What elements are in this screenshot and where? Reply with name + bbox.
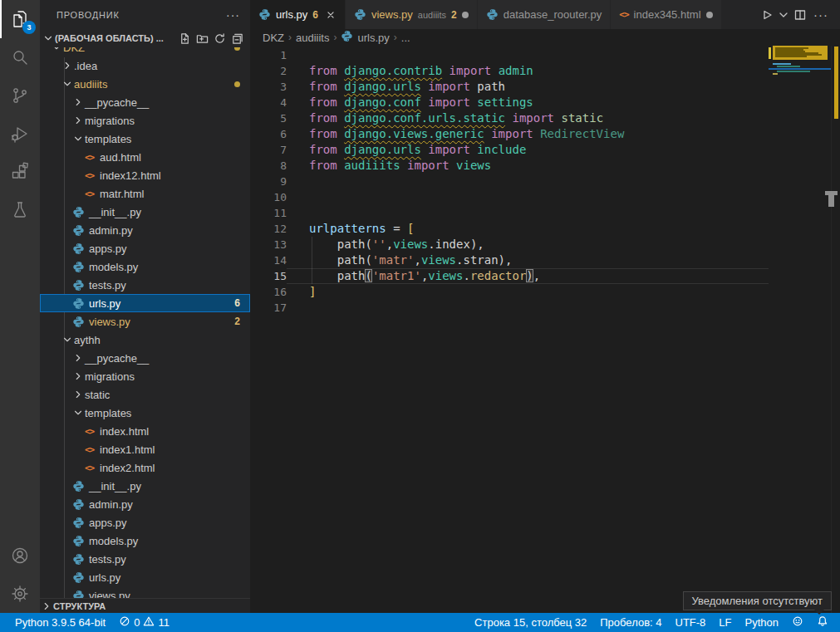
line-number[interactable]: 16 [250, 284, 287, 300]
line-number[interactable]: 8 [250, 158, 287, 174]
tree-file--init-.py[interactable]: __init__.py [40, 203, 250, 221]
tree-file-admin.py[interactable]: admin.py [40, 221, 250, 239]
run-button-icon[interactable] [760, 8, 774, 22]
status-indentation[interactable]: Пробелов: 4 [593, 616, 668, 629]
code-line[interactable]: 6from django.views.generic import Redire… [250, 126, 769, 142]
breadcrumb-item[interactable]: urls.py [341, 30, 389, 45]
breadcrumb-item[interactable]: audiiits [296, 32, 329, 44]
status-notifications[interactable] [810, 615, 835, 630]
code-line[interactable]: 14 path('matr',views.stran), [250, 252, 769, 268]
tree-file-models.py[interactable]: models.py [40, 257, 250, 276]
breadcrumb-item[interactable]: ... [401, 32, 410, 44]
tree-file-views.py[interactable]: views.py2 [40, 312, 250, 331]
tree-folder-.idea[interactable]: .idea [40, 56, 250, 75]
line-number[interactable]: 9 [250, 174, 287, 189]
workspace-section-header[interactable]: (РАБОЧАЯ ОБЛАСТЬ) ... [40, 29, 250, 47]
line-number[interactable]: 5 [250, 110, 287, 126]
tree-file-models.py[interactable]: models.py [40, 532, 250, 550]
run-dropdown-icon[interactable] [777, 8, 790, 22]
status-problems[interactable]: 011 [112, 613, 176, 632]
overview-ruler[interactable] [831, 46, 840, 613]
tree-folder-templates[interactable]: templates [40, 130, 250, 148]
activity-bar-item-run-debug[interactable] [0, 115, 40, 153]
code-line[interactable]: 12urlpatterns = [ [250, 221, 769, 237]
tree-file-index12.html[interactable]: <>index12.html [40, 166, 250, 184]
activity-bar-item-settings-gear[interactable] [0, 575, 40, 613]
line-number[interactable]: 6 [250, 126, 287, 142]
line-number[interactable]: 4 [250, 95, 287, 110]
line-number[interactable]: 10 [250, 189, 287, 205]
tab-database-roouter.py[interactable]: database_roouter.py [478, 0, 612, 29]
line-number[interactable]: 13 [250, 237, 287, 252]
minimap[interactable] [769, 46, 831, 613]
code-editor[interactable]: 12from django.contrib import admin3from … [250, 46, 840, 613]
code-line[interactable]: 9 [250, 174, 769, 189]
activity-bar-item-search[interactable] [0, 38, 40, 76]
code-line[interactable]: 5from django.conf.urls.static import sta… [250, 110, 769, 126]
refresh-icon[interactable] [214, 32, 226, 45]
close-icon[interactable] [325, 9, 336, 21]
tree-folder-migrations[interactable]: migrations [40, 367, 250, 385]
tree-folder--pycache-[interactable]: __pycache__ [40, 349, 250, 367]
code-line[interactable]: 17 [250, 300, 769, 316]
code-line[interactable]: 10 [250, 189, 769, 205]
tree-file-views.py[interactable]: views.py [40, 586, 250, 598]
tree-folder--pycache-[interactable]: __pycache__ [40, 93, 250, 111]
tree-folder-aythh[interactable]: aythh [40, 331, 250, 349]
new-folder-icon[interactable] [196, 32, 209, 45]
code-line[interactable]: 15 path('matr1',views.redactor), [250, 268, 769, 284]
tree-folder-migrations[interactable]: migrations [40, 111, 250, 130]
tree-file-index2.html[interactable]: <>index2.html [40, 458, 250, 477]
tree-folder-DKZ[interactable]: DKZ [40, 47, 250, 56]
status-python-interpreter[interactable]: Python 3.9.5 64-bit [8, 613, 112, 632]
tree-file-aud.html[interactable]: <>aud.html [40, 148, 250, 166]
line-number[interactable]: 2 [250, 63, 287, 79]
code-line[interactable]: 3from django.urls import path [250, 79, 769, 95]
modified-dot-icon[interactable] [462, 12, 469, 18]
line-number[interactable]: 17 [250, 300, 287, 316]
code-line[interactable]: 1 [250, 47, 769, 63]
activity-bar-item-testing[interactable] [0, 191, 40, 229]
status-cursor-position[interactable]: Строка 15, столбец 32 [468, 616, 593, 629]
line-number[interactable]: 11 [250, 205, 287, 221]
tab-urls.py[interactable]: urls.py6 [250, 0, 346, 29]
tree-file-apps.py[interactable]: apps.py [40, 239, 250, 257]
status-feedback[interactable] [785, 615, 810, 630]
activity-bar-item-extensions[interactable] [0, 153, 40, 191]
activity-bar-item-explorer[interactable]: 3 [0, 0, 40, 38]
code-line[interactable]: 7from django.urls import include [250, 142, 769, 158]
tree-file-urls.py[interactable]: urls.py6 [40, 294, 250, 312]
split-editor-icon[interactable] [793, 8, 807, 22]
line-number[interactable]: 1 [250, 47, 287, 63]
tree-file-index1.html[interactable]: <>index1.html [40, 440, 250, 458]
status-eol[interactable]: LF [712, 616, 738, 629]
status-encoding[interactable]: UTF-8 [669, 616, 713, 629]
code-line[interactable]: 16] [250, 284, 769, 300]
outline-section-header[interactable]: СТРУКТУРА [40, 598, 250, 613]
collapse-all-icon[interactable] [231, 32, 243, 45]
more-actions-icon[interactable]: ··· [810, 7, 832, 22]
code-line[interactable]: 13 path('',views.index), [250, 237, 769, 252]
tree-folder-static[interactable]: static [40, 385, 250, 404]
scrollbar-marker[interactable] [828, 195, 834, 207]
more-actions-icon[interactable]: ··· [226, 8, 240, 22]
line-number[interactable]: 15 [250, 268, 287, 284]
line-number[interactable]: 3 [250, 79, 287, 95]
tree-file-tests.py[interactable]: tests.py [40, 550, 250, 568]
tree-folder-templates[interactable]: templates [40, 404, 250, 422]
tree-file--init-.py[interactable]: __init__.py [40, 477, 250, 495]
code-line[interactable]: 2from django.contrib import admin [250, 63, 769, 79]
line-number[interactable]: 7 [250, 142, 287, 158]
new-file-icon[interactable] [179, 32, 191, 45]
breadcrumb-item[interactable]: DKZ [263, 32, 284, 44]
tab-index345.html[interactable]: <>index345.html [611, 0, 721, 29]
line-number[interactable]: 14 [250, 252, 287, 268]
tree-file-tests.py[interactable]: tests.py [40, 276, 250, 294]
code-line[interactable]: 8from audiiits import views [250, 158, 769, 174]
modified-dot-icon[interactable] [706, 12, 713, 18]
tree-file-admin.py[interactable]: admin.py [40, 495, 250, 513]
line-number[interactable]: 12 [250, 221, 287, 237]
code-line[interactable]: 11 [250, 205, 769, 221]
tab-views.py[interactable]: views.pyaudiiits2 [346, 0, 478, 29]
status-language-mode[interactable]: Python [739, 616, 785, 629]
